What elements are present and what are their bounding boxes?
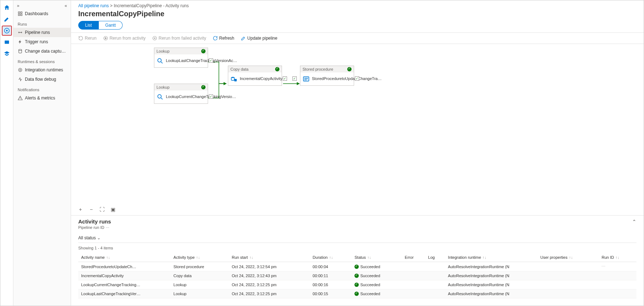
svg-point-11 [18,68,22,71]
svg-rect-2 [5,41,9,44]
update-pipeline-button[interactable]: Update pipeline [241,36,277,41]
rail-manage[interactable] [2,37,12,47]
success-icon [354,265,359,269]
node-lookup-last[interactable]: Lookup LookupLastChangeTrackingVersionAc… [154,48,208,68]
view-tabs: List Gantt [71,21,644,33]
svg-point-9 [19,49,22,51]
sidebar-item-dashboard[interactable]: Dashboards [13,9,71,18]
rerun-button[interactable]: Rerun [78,36,97,41]
zoom-reset-icon[interactable]: ▣ [110,207,116,212]
svg-rect-5 [18,14,20,15]
node-lookup-current[interactable]: Lookup LookupCurrentChangeTrackingVersio… [154,84,208,104]
panel-title: Activity runs [78,218,111,225]
main-area: All pipeline runs > IncrementalCopyPipel… [71,0,644,306]
sidebar-item-ir[interactable]: Integration runtimes [13,65,71,75]
branch-check[interactable]: ✓ [209,58,213,63]
node-label: IncrementalCopyActivity [240,76,282,81]
node-label: LookupCurrentChangeTrackingVersio… [166,94,236,99]
table-row[interactable]: StoredProceduretoUpdateCh…Stored procedu… [78,262,636,271]
breadcrumb-link[interactable]: All pipeline runs [78,3,109,8]
col-0[interactable]: Activity name↑↓ [78,253,171,262]
col-8[interactable]: User properties↑↓ [537,253,599,262]
rerun-from-activity-button[interactable]: Rerun from activity [103,36,146,41]
page-title: IncrementalCopyPipeline [71,8,644,21]
success-icon [201,85,206,89]
sidebar-section: Runtimes & sessions [13,56,71,65]
col-3[interactable]: Duration↑↓ [310,253,352,262]
node-label: StoredProceduretoUpdateChangeTra… [312,76,381,81]
col-4[interactable]: Status↑↓ [352,253,402,262]
sidebar-section: Runs [13,18,71,28]
svg-point-10 [19,69,21,71]
tab-gantt[interactable]: Gantt [99,21,123,30]
node-sproc[interactable]: Stored procedure StoredProceduretoUpdate… [300,66,354,86]
node-type: Stored procedure [303,67,333,71]
svg-point-8 [21,32,22,33]
branch-check[interactable]: ✓ [355,76,359,81]
sidebar-item-cdc[interactable]: Change data capture (previ… [13,46,71,56]
col-1[interactable]: Activity type↑↓ [171,253,229,262]
success-icon [275,67,279,71]
col-7[interactable]: Integration runtime↑↓ [445,253,537,262]
table-row[interactable]: IncrementalCopyActivityCopy dataOct 24, … [78,271,636,280]
svg-point-15 [158,94,161,98]
rail-learn[interactable] [2,49,12,59]
col-5[interactable]: Error [402,253,425,262]
svg-point-1 [6,30,8,32]
sidebar-collapse[interactable]: »« [13,3,71,9]
zoom-fit-icon[interactable]: ⛶ [99,207,105,212]
status-filter[interactable]: All status ⌄ [78,233,636,243]
svg-point-16 [231,77,234,78]
zoom-out-icon[interactable]: − [88,207,94,212]
success-icon [354,283,359,287]
node-type: Lookup [156,85,169,89]
svg-rect-17 [234,79,237,81]
rail-monitor[interactable] [2,26,12,36]
activity-runs-panel: Activity runs ⌃ Pipeline run ID⋯ All sta… [71,215,644,306]
panel-collapse-icon[interactable]: ⌃ [632,219,636,225]
col-2[interactable]: Run start↑↓ [229,253,310,262]
col-9[interactable]: Run ID↑↓ [599,253,636,262]
node-copy[interactable]: Copy data IncrementalCopyActivity [228,66,282,86]
breadcrumb-sep: > [110,3,114,8]
svg-rect-4 [21,12,22,13]
sidebar: »« DashboardsRunsPipeline runsTrigger ru… [13,0,71,306]
branch-check[interactable]: ✓ [283,76,287,81]
sidebar-item-pipeline[interactable]: Pipeline runs [13,28,71,37]
rerun-from-failed-button[interactable]: Rerun from failed activity [152,36,206,41]
tab-list[interactable]: List [78,21,99,30]
breadcrumb-current: IncrementalCopyPipeline - Activity runs [114,3,189,8]
branch-check[interactable]: ✓ [292,76,297,81]
result-count: Showing 1 - 4 items [78,243,636,253]
success-icon [201,49,206,53]
activity-table: Activity name↑↓Activity type↑↓Run start↑… [78,253,636,298]
pipeline-run-id-label: Pipeline run ID⋯ [78,225,636,230]
sidebar-section: Notifications [13,84,71,93]
svg-rect-6 [21,14,22,15]
zoom-in-icon[interactable]: + [78,207,83,212]
table-row[interactable]: LookupCurrentChangeTracking…LookupOct 24… [78,280,636,289]
sidebar-item-alert[interactable]: Alerts & metrics [13,93,71,103]
refresh-button[interactable]: Refresh [213,36,234,41]
svg-point-14 [158,58,161,62]
breadcrumb: All pipeline runs > IncrementalCopyPipel… [71,0,644,8]
node-type: Lookup [156,49,169,53]
table-row[interactable]: LookupLastChangeTrackingVer…LookupOct 24… [78,289,636,298]
node-type: Copy data [230,67,248,71]
pipeline-canvas[interactable]: Lookup LookupLastChangeTrackingVersionAc… [71,44,644,215]
success-icon [347,67,352,71]
branch-check[interactable]: ✓ [209,94,213,99]
sidebar-item-dfd[interactable]: Data flow debug [13,75,71,84]
sidebar-item-trigger[interactable]: Trigger runs [13,37,71,46]
rail-author[interactable] [2,14,12,24]
icon-rail [0,0,13,306]
zoom-controls: + − ⛶ ▣ [78,207,116,212]
toolbar: Rerun Rerun from activity Rerun from fai… [71,33,644,44]
svg-rect-3 [18,12,20,13]
svg-point-7 [18,32,19,33]
rail-home[interactable] [2,3,12,13]
success-icon [354,274,359,278]
col-6[interactable]: Log [425,253,445,262]
success-icon [354,292,359,296]
node-label: LookupLastChangeTrackingVersionAc… [166,58,237,63]
